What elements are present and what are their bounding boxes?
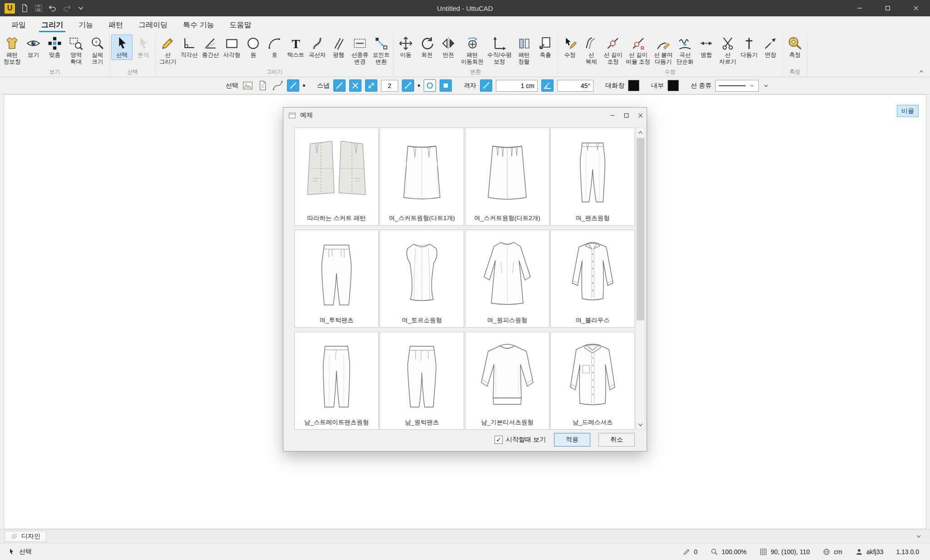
- startup-checkbox[interactable]: ✓: [495, 436, 503, 444]
- design-row-expander[interactable]: [915, 532, 923, 540]
- status-select-tool[interactable]: 선택: [7, 548, 32, 556]
- line-type-extra-dropdown[interactable]: [762, 82, 770, 89]
- image-tool-button[interactable]: [242, 80, 253, 91]
- ribbon-btn-pattern-move[interactable]: 패턴이동회전: [459, 34, 485, 67]
- example-item[interactable]: 남_드레스셔츠: [550, 332, 635, 430]
- ribbon-btn-mid-line[interactable]: 중간선: [200, 34, 221, 60]
- close-button[interactable]: [902, 0, 930, 16]
- menu-특수 기능[interactable]: 특수 기능: [175, 16, 222, 34]
- maximize-button[interactable]: [874, 0, 902, 16]
- menu-기능[interactable]: 기능: [71, 16, 101, 34]
- ribbon-btn-analyze[interactable]: 분석: [133, 34, 154, 60]
- ribbon-btn-french-curve[interactable]: 곡선자: [307, 34, 328, 60]
- ribbon-btn-merge[interactable]: 병합: [696, 34, 717, 60]
- example-item[interactable]: 여_토르소원형: [380, 230, 464, 328]
- ribbon-btn-shirt[interactable]: 패턴정보창: [1, 34, 23, 67]
- ribbon-btn-cut[interactable]: 선자르기: [717, 34, 738, 67]
- snap-line-toggle[interactable]: [333, 79, 346, 92]
- snap-fill-toggle[interactable]: [440, 79, 452, 92]
- example-item[interactable]: 여_팬츠원형: [550, 128, 635, 226]
- ribbon-btn-zoom-actual[interactable]: 실제크기: [87, 34, 108, 67]
- example-item[interactable]: 남_원턱팬츠: [380, 332, 464, 430]
- curve-tool-button[interactable]: [272, 80, 283, 91]
- snap-circle-toggle[interactable]: [424, 79, 436, 92]
- scroll-thumb[interactable]: [637, 138, 644, 320]
- ribbon-btn-arc[interactable]: 호: [264, 34, 285, 60]
- menu-파일[interactable]: 파일: [4, 16, 34, 34]
- ribbon-btn-pencil[interactable]: 선그리기: [157, 34, 178, 67]
- ribbon-btn-modify[interactable]: 수정: [559, 34, 580, 60]
- dialog-close-button[interactable]: [636, 111, 645, 120]
- ribbon-btn-cursor[interactable]: 선택: [111, 34, 133, 60]
- ribbon-btn-line-join[interactable]: 선 붙여다듬기: [652, 34, 674, 67]
- menu-도움말[interactable]: 도움말: [222, 16, 259, 34]
- ribbon-btn-zoom-area[interactable]: 영역확대: [65, 34, 87, 67]
- save-button[interactable]: [34, 4, 43, 13]
- snap-count-input[interactable]: [381, 80, 398, 92]
- snap-endpoint-toggle[interactable]: [402, 79, 414, 92]
- snap-intersection-toggle[interactable]: [349, 79, 361, 92]
- ribbon-btn-trim[interactable]: 다듬기: [738, 34, 760, 60]
- line-type-dropdown[interactable]: [715, 80, 759, 92]
- ratio-button[interactable]: 비율: [897, 105, 919, 117]
- new-file-button[interactable]: [20, 4, 29, 13]
- ribbon-btn-right-angle[interactable]: 직각선: [178, 34, 200, 60]
- ribbon-btn-point-convert[interactable]: 포인트변환: [371, 34, 392, 67]
- quick-access-menu-button[interactable]: [76, 4, 85, 13]
- tab-design[interactable]: 디자인: [5, 531, 46, 542]
- menu-그레이딩[interactable]: 그레이딩: [131, 16, 175, 34]
- ribbon-btn-line-ratio[interactable]: R선 길이비율 조정: [624, 34, 652, 67]
- ribbon-collapse-button[interactable]: [916, 68, 926, 75]
- example-item[interactable]: 여_스커트원형(다트2개): [465, 128, 549, 226]
- ribbon-btn-mirror[interactable]: 반전: [438, 34, 459, 60]
- dialog-scrollbar[interactable]: [636, 128, 645, 430]
- menu-패턴[interactable]: 패턴: [101, 16, 131, 34]
- ribbon-btn-line-copy[interactable]: 선복제: [580, 34, 602, 67]
- ribbon-btn-line-type[interactable]: 선종류변경: [349, 34, 371, 67]
- scroll-track[interactable]: [636, 137, 645, 420]
- ribbon-btn-text[interactable]: T텍스트: [285, 34, 307, 60]
- redo-button[interactable]: [62, 4, 71, 13]
- line-select-toggle[interactable]: [287, 79, 299, 92]
- ribbon-btn-measure[interactable]: 측정: [784, 34, 806, 60]
- ribbon-btn-extend[interactable]: 연장: [760, 34, 781, 60]
- undo-button[interactable]: [48, 4, 57, 13]
- ribbon-btn-eye[interactable]: 보기: [23, 34, 44, 60]
- example-item[interactable]: 여_스커트원형(다트1개): [380, 128, 464, 226]
- document-tool-button[interactable]: [257, 80, 268, 91]
- dialog-titlebar[interactable]: 예제: [283, 108, 647, 123]
- startup-checkbox-row[interactable]: ✓ 시작할때 보기: [495, 436, 546, 444]
- ribbon-btn-fit[interactable]: 맞춤: [44, 34, 65, 60]
- ribbon-btn-rotate[interactable]: 회전: [416, 34, 438, 60]
- ribbon-btn-rect[interactable]: 사각형: [221, 34, 242, 60]
- ribbon-btn-pattern-align[interactable]: 패턴정렬: [513, 34, 534, 67]
- grid-line-toggle[interactable]: [480, 79, 492, 92]
- example-item[interactable]: 남_기본티셔츠원형: [465, 332, 549, 430]
- ribbon-btn-line-length[interactable]: 선 길이조정: [602, 34, 624, 67]
- ribbon-btn-circle[interactable]: 원: [242, 34, 264, 60]
- snap-extension-toggle[interactable]: [365, 79, 377, 92]
- grid-size-input[interactable]: [496, 80, 538, 92]
- inner-color-swatch[interactable]: [668, 80, 679, 91]
- menu-그리기[interactable]: 그리기: [34, 16, 71, 34]
- ribbon-btn-align-hv[interactable]: 수직/수평보정: [485, 34, 513, 67]
- ribbon-btn-parallel[interactable]: 평행: [328, 34, 349, 60]
- example-item[interactable]: 남_스트레이트팬츠원형: [294, 332, 379, 430]
- dialog-color-swatch[interactable]: [628, 80, 639, 91]
- example-item[interactable]: 따라하는 스커트 패턴: [294, 128, 379, 226]
- dialog-minimize-button[interactable]: [608, 111, 617, 120]
- scroll-down-button[interactable]: [636, 420, 645, 429]
- grid-angle-toggle[interactable]: [541, 79, 554, 92]
- grid-angle-input[interactable]: [557, 80, 594, 92]
- example-item[interactable]: 여_투턱팬츠: [294, 230, 379, 328]
- ribbon-btn-move[interactable]: 이동: [395, 34, 416, 60]
- ribbon-btn-simplify[interactable]: 곡선단순화: [674, 34, 696, 67]
- minimize-button[interactable]: [846, 0, 874, 16]
- dialog-maximize-button[interactable]: [622, 111, 631, 120]
- scroll-up-button[interactable]: [636, 128, 645, 137]
- ribbon-btn-extract[interactable]: 축출: [534, 34, 556, 60]
- example-item[interactable]: 여_블라우스: [550, 230, 635, 328]
- example-item[interactable]: 여_원피스원형: [465, 230, 549, 328]
- cancel-button[interactable]: 취소: [599, 433, 635, 447]
- apply-button[interactable]: 적용: [554, 433, 590, 447]
